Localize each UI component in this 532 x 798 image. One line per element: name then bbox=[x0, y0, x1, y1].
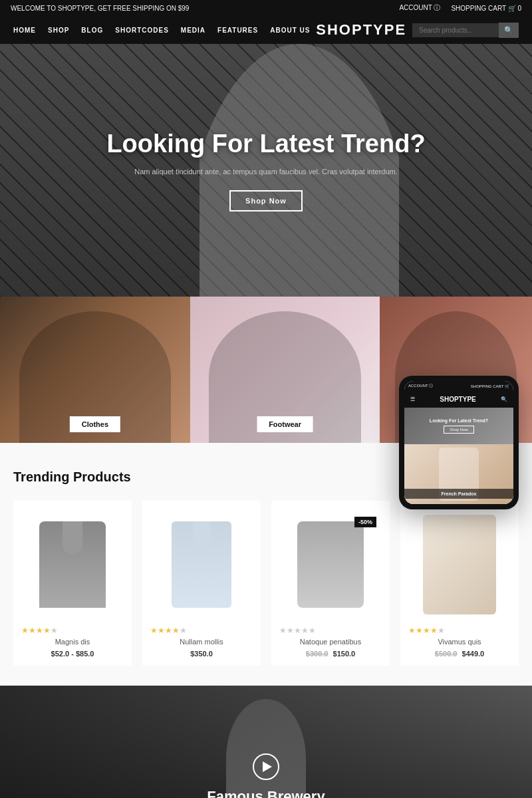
hero-title: Looking For Latest Trend? bbox=[106, 130, 425, 158]
products-grid: ★★★★★ Magnis dis $52.0 - $85.0 ★★★★★ Nul… bbox=[13, 501, 519, 666]
phone-menu-icon: ☰ bbox=[410, 396, 415, 402]
search-box: 🔍 bbox=[412, 23, 519, 38]
phone-top-bar: ACCOUNT ⓘ SHOPPING CART 🛒 bbox=[404, 381, 513, 391]
product-stars-2: ★★★★★ bbox=[150, 626, 253, 635]
nav-shortcodes[interactable]: SHORTCODES bbox=[115, 27, 169, 34]
phone-product-label: French Paradox bbox=[404, 489, 513, 499]
main-nav: HOME SHOP BLOG SHORTCODES MEDIA FEATURES… bbox=[13, 27, 310, 34]
product-name-3: Natoque penatibus bbox=[279, 638, 382, 646]
cart-link[interactable]: SHOPPING CART 🛒 0 bbox=[451, 5, 521, 12]
product-price-3: $300.0 $150.0 bbox=[279, 650, 382, 658]
nav-blog[interactable]: BLOG bbox=[81, 27, 103, 34]
fashion-shape bbox=[423, 515, 496, 614]
top-bar-message: WELCOME TO SHOPTYPE, GET FREE SHIPPING O… bbox=[11, 5, 189, 12]
product-price-1: $52.0 - $85.0 bbox=[21, 650, 124, 658]
sale-badge-3: -50% bbox=[354, 517, 376, 527]
footwear-label: Footwear bbox=[257, 416, 313, 432]
phone-mockup: ACCOUNT ⓘ SHOPPING CART 🛒 ☰ SHOPTYPE 🔍 L… bbox=[399, 376, 519, 509]
product-card-2[interactable]: ★★★★★ Nullam mollis $350.0 bbox=[142, 501, 261, 666]
sweater-shape bbox=[297, 521, 364, 608]
nav-home[interactable]: HOME bbox=[13, 27, 36, 34]
product-stars-4: ★★★★★ bbox=[408, 626, 511, 635]
phone-search-icon: 🔍 bbox=[501, 396, 507, 402]
product-image-4 bbox=[408, 511, 511, 618]
site-logo[interactable]: SHOPTYPE bbox=[316, 21, 406, 39]
trending-title: Trending Products bbox=[13, 469, 131, 485]
top-bar: WELCOME TO SHOPTYPE, GET FREE SHIPPING O… bbox=[0, 0, 532, 16]
phone-cart: SHOPPING CART 🛒 bbox=[471, 384, 509, 388]
nav-about[interactable]: ABOUT US bbox=[270, 27, 310, 34]
video-section: Famous Brewery bbox=[0, 686, 532, 798]
product-price-4: $500.0 $449.0 bbox=[408, 650, 511, 658]
product-price-2: $350.0 bbox=[150, 650, 253, 658]
phone-product-image: French Paradox bbox=[404, 444, 513, 504]
phone-hero: Looking For Latest Trend? Shop Now bbox=[404, 408, 513, 444]
phone-screen: ACCOUNT ⓘ SHOPPING CART 🛒 ☰ SHOPTYPE 🔍 L… bbox=[404, 381, 513, 504]
product-card-1[interactable]: ★★★★★ Magnis dis $52.0 - $85.0 bbox=[13, 501, 132, 666]
video-title: Famous Brewery bbox=[207, 788, 325, 798]
product-name-1: Magnis dis bbox=[21, 638, 124, 646]
product-name-2: Nullam mollis bbox=[150, 638, 253, 646]
product-stars-3: ★★★★★ bbox=[279, 626, 382, 635]
search-input[interactable] bbox=[412, 23, 499, 37]
nav-shop[interactable]: SHOP bbox=[48, 27, 69, 34]
clothes-label: Clothes bbox=[70, 416, 120, 432]
phone-logo: SHOPTYPE bbox=[440, 396, 475, 403]
shirt-shape bbox=[172, 521, 231, 608]
play-icon bbox=[263, 761, 272, 772]
category-footwear[interactable]: Footwear bbox=[190, 297, 380, 443]
product-name-4: Vivamus quis bbox=[408, 638, 511, 646]
hero-cta-button[interactable]: Shop Now bbox=[229, 190, 303, 211]
product-image-1 bbox=[21, 511, 124, 618]
account-link[interactable]: ACCOUNT ⓘ bbox=[399, 3, 440, 13]
phone-account: ACCOUNT ⓘ bbox=[408, 383, 433, 389]
product-image-2 bbox=[150, 511, 253, 618]
categories-section: Clothes Footwear ACCOUNT ⓘ bbox=[0, 297, 532, 443]
play-button[interactable] bbox=[253, 753, 279, 780]
phone-hero-btn[interactable]: Shop Now bbox=[444, 426, 474, 434]
product-card-3[interactable]: -50% ★★★★★ Natoque penatibus $300.0 $150… bbox=[271, 501, 390, 666]
hero-content: Looking For Latest Trend? Nam aliquet ti… bbox=[106, 130, 425, 211]
phone-header: ☰ SHOPTYPE 🔍 bbox=[404, 391, 513, 408]
search-button[interactable]: 🔍 bbox=[499, 23, 519, 38]
nav-features[interactable]: FEATURES bbox=[217, 27, 258, 34]
product-image-3: -50% bbox=[279, 511, 382, 618]
hero-subtitle: Nam aliquet tincidunt ante, ac tempus qu… bbox=[106, 168, 425, 176]
header: HOME SHOP BLOG SHORTCODES MEDIA FEATURES… bbox=[0, 16, 532, 44]
product-stars-1: ★★★★★ bbox=[21, 626, 124, 635]
category-clothes[interactable]: Clothes bbox=[0, 297, 190, 443]
nav-media[interactable]: MEDIA bbox=[181, 27, 205, 34]
phone-hero-text: Looking For Latest Trend? bbox=[430, 418, 488, 423]
jacket-shape bbox=[39, 521, 106, 608]
product-card-4[interactable]: ★★★★★ Vivamus quis $500.0 $449.0 bbox=[400, 501, 519, 666]
hero-section: Looking For Latest Trend? Nam aliquet ti… bbox=[0, 44, 532, 297]
